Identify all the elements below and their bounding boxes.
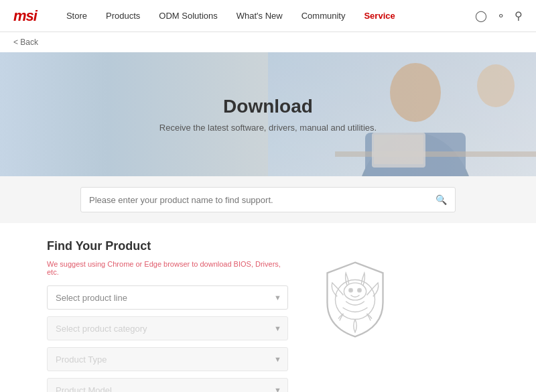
product-type-select[interactable]: Product Type bbox=[47, 347, 288, 371]
account-icon[interactable]: ⚬ bbox=[496, 9, 505, 22]
nav-item-store[interactable]: Store bbox=[57, 0, 96, 32]
nav-item-service[interactable]: Service bbox=[354, 0, 404, 32]
product-search-input[interactable] bbox=[89, 195, 436, 205]
svg-point-5 bbox=[477, 64, 515, 107]
svg-point-12 bbox=[358, 288, 362, 292]
product-category-select[interactable]: Select product category bbox=[47, 316, 288, 340]
search-header-icon[interactable]: ⚲ bbox=[515, 9, 523, 22]
svg-point-2 bbox=[390, 63, 441, 122]
hero-subtitle: Receive the latest software, drivers, ma… bbox=[159, 123, 377, 133]
product-line-wrapper: Select product line ▼ bbox=[47, 285, 288, 310]
user-icon[interactable]: ◯ bbox=[475, 9, 487, 22]
back-button[interactable]: Back bbox=[13, 38, 38, 47]
hero-content: Download Receive the latest software, dr… bbox=[159, 96, 377, 133]
logo: msi bbox=[13, 7, 37, 25]
search-bar: 🔍 bbox=[80, 187, 456, 212]
svg-point-9 bbox=[335, 279, 375, 319]
svg-point-10 bbox=[344, 283, 366, 300]
svg-rect-6 bbox=[335, 151, 536, 157]
main-content: Find Your Product We suggest using Chrom… bbox=[0, 223, 536, 392]
warning-text: We suggest using Chrome or Edge browser … bbox=[47, 260, 288, 276]
product-type-wrapper: Product Type ▼ bbox=[47, 347, 288, 371]
dragon-shield-svg bbox=[318, 259, 392, 340]
product-model-select[interactable]: Product Model bbox=[47, 378, 288, 392]
breadcrumb: Back bbox=[0, 32, 536, 52]
product-model-wrapper: Product Model ▼ bbox=[47, 378, 288, 392]
svg-point-11 bbox=[349, 288, 353, 292]
hero-banner: Download Receive the latest software, dr… bbox=[0, 52, 536, 176]
dragon-logo bbox=[315, 259, 395, 340]
nav: Store Products ODM Solutions What's New … bbox=[57, 0, 475, 32]
nav-item-whatsnew[interactable]: What's New bbox=[227, 0, 292, 32]
product-line-select[interactable]: Select product line bbox=[47, 285, 288, 310]
section-title: Find Your Product bbox=[47, 239, 288, 253]
nav-item-community[interactable]: Community bbox=[292, 0, 355, 32]
header: msi Store Products ODM Solutions What's … bbox=[0, 0, 536, 32]
product-finder: Find Your Product We suggest using Chrom… bbox=[47, 239, 288, 392]
hero-title: Download bbox=[159, 96, 377, 117]
svg-rect-8 bbox=[374, 135, 423, 164]
nav-item-odm[interactable]: ODM Solutions bbox=[149, 0, 226, 32]
header-icons: ◯ ⚬ ⚲ bbox=[475, 9, 523, 22]
search-submit-button[interactable]: 🔍 bbox=[436, 194, 447, 205]
search-section: 🔍 bbox=[0, 176, 536, 223]
product-category-wrapper: Select product category ▼ bbox=[47, 316, 288, 340]
nav-item-products[interactable]: Products bbox=[96, 0, 149, 32]
